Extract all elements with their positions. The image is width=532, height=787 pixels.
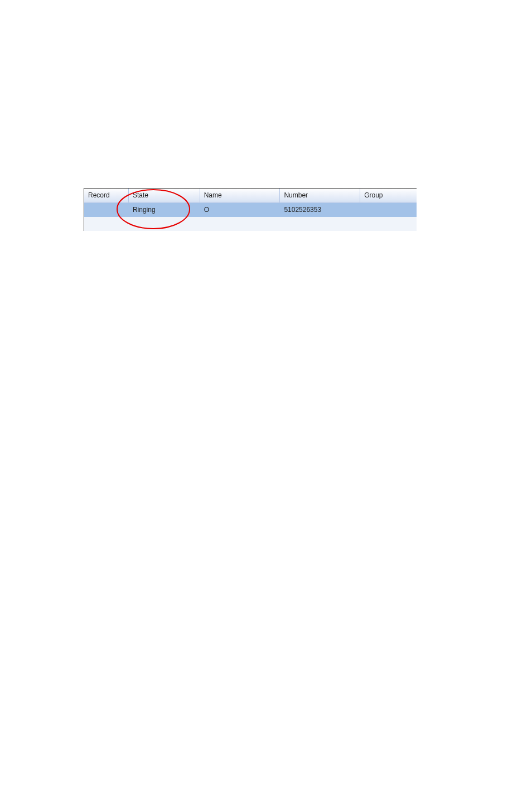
cell-name: O (200, 203, 280, 217)
cell-number: 5102526353 (280, 203, 360, 217)
cell-state: Ringing (129, 203, 200, 217)
call-table: Record State Name Number Group Ringing O… (84, 188, 417, 231)
header-record[interactable]: Record (84, 189, 129, 202)
cell-empty (84, 217, 129, 231)
header-group[interactable]: Group (360, 189, 417, 202)
table-row-empty (84, 217, 417, 231)
cell-record (84, 203, 129, 217)
cell-group (360, 203, 417, 217)
table-row[interactable]: Ringing O 5102526353 (84, 203, 417, 217)
header-state[interactable]: State (129, 189, 200, 202)
header-name[interactable]: Name (200, 189, 280, 202)
table-header-row: Record State Name Number Group (84, 189, 417, 203)
header-number[interactable]: Number (280, 189, 360, 202)
